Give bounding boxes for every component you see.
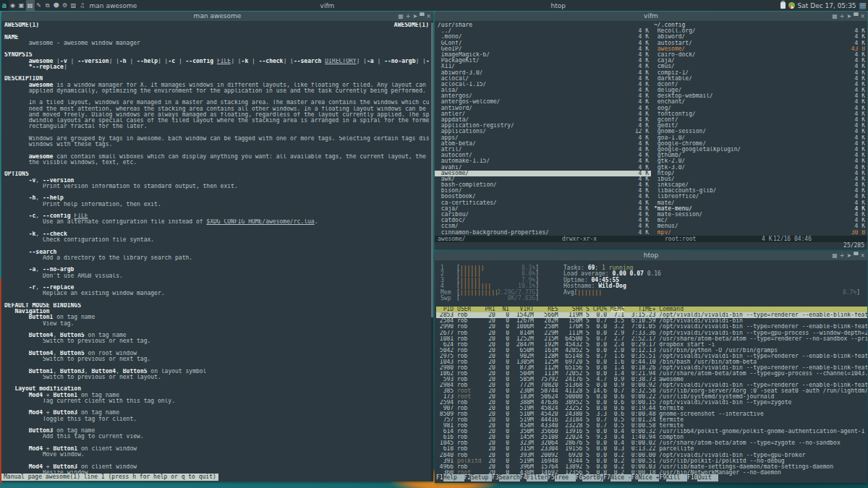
process-row[interactable]: 173 root 20 0 183M 50624 50000 S 0.0 0.6… [436,394,867,400]
file-row[interactable]: abiword/4 K [651,34,867,40]
file-row[interactable]: dconf/4 K [651,82,867,87]
file-row[interactable]: google-googletalkplugin/4 K [651,147,867,153]
tag-tools-icon[interactable]: ⚙ [61,0,69,11]
process-row[interactable]: 5042 rob 20 0 650M 161M 42052 S 0.0 2.0 … [436,348,867,354]
process-row[interactable]: 757 rob 20 0 519M 44416 23184 S 0.7 0.5 … [436,417,867,423]
file-row[interactable]: Recoll.org/4 K [651,28,867,34]
scrollbar[interactable] [431,21,433,481]
maximize-button[interactable]: + [840,12,845,21]
ontop-button[interactable]: ▀ [420,12,424,21]
floating-button[interactable]: ▦ [832,12,838,21]
file-row[interactable]: bison/4 K [435,188,651,194]
file-row[interactable]: awesome/43 B [651,46,867,52]
process-row[interactable]: 2980 rob 20 0 873M 112M 65156 S 0.0 1.4 … [436,365,867,371]
file-row[interactable]: deluge/4 K [651,87,867,93]
fn-label-F7[interactable]: Nice - [610,474,631,481]
file-row[interactable]: libreoffice/4 K [651,194,867,200]
file-row[interactable]: GeoIP/4 K [435,46,651,52]
clipboard-icon[interactable] [780,2,786,9]
tag-edit-icon[interactable]: ✎ [35,0,43,11]
close-button[interactable]: × [426,12,431,21]
process-row[interactable]: 1045 rob 20 0 323M 32064 28676 S 0.0 0.4… [436,440,867,446]
fn-label-F10[interactable]: Quit [697,474,718,481]
file-row[interactable]: darktable/4 K [651,76,867,82]
process-row[interactable]: 8509 rob 20 0 510M 45420 24380 S 3.3 0.6… [436,411,867,417]
fn-label-F1[interactable]: Help [443,474,464,481]
file-row[interactable]: eog/4 K [651,106,867,111]
process-row[interactable]: 2840 rob 20 0 393M 20092 6920 S 0.0 0.2 … [436,453,867,458]
file-row[interactable]: PackageKit/4 K [435,58,651,64]
maximize-button[interactable]: + [406,12,411,21]
file-row[interactable]: inkscape/4 K [651,182,867,188]
process-row[interactable]: 2853 rob 20 0 1542M 566M 119M S 0.0 7.1 … [436,312,867,318]
file-row[interactable]: compiz-1/4 K [651,70,867,76]
fn-key-F8[interactable]: F8 [631,474,639,481]
file-row[interactable]: mate-session/4 K [651,212,867,218]
file-row[interactable]: .mono/4 K [435,34,651,40]
fn-label-F5[interactable]: Tree [555,474,576,481]
htop-titlebar[interactable]: htop ▦+➤▀× [435,251,867,260]
maximize-button[interactable]: + [840,251,845,260]
process-row[interactable]: 391 polkitd 20 0 519M 16948 9344 S 0.0 0… [436,458,867,464]
file-row[interactable]: gconf/4 K [651,117,867,123]
process-row[interactable]: 907 rob 20 0 519M 45824 23252 S 0.0 0.6 … [436,406,867,411]
file-row[interactable]: desktop-webmail/4 K [651,93,867,99]
file-row[interactable]: ../4 K [435,28,651,34]
scrollbar-thumb[interactable] [431,22,433,317]
process-row[interactable]: 2584 rob 20 0 1267M 282M 150M S 0.7 3.5 … [436,318,867,324]
fn-key-F1[interactable]: F1 [436,474,443,481]
file-row[interactable]: gtk-2.0/4 K [651,158,867,164]
file-row[interactable]: goa-1.0/4 K [651,135,867,141]
process-row[interactable]: 2677 rob 20 0 814M 229M 111M S 0.0 2.9 7… [436,330,867,336]
process-row[interactable]: 1043 rob 20 0 1305M 125M 69720 S 0.0 1.6… [436,359,867,365]
fn-label-F2[interactable]: Setup [471,474,492,481]
file-row[interactable]: menus/4 K [651,223,867,229]
file-row[interactable]: automake-1.15/4 K [435,158,651,164]
file-row[interactable]: autostart/4 K [651,40,867,46]
fn-key-F6[interactable]: F6 [576,474,583,481]
file-row[interactable]: awesome/4 K [435,171,651,176]
tag-misc-icon[interactable]: ♫ [78,0,87,11]
tag-web-icon[interactable]: ◉ [9,0,17,11]
file-row[interactable]: ccsm/4 K [435,223,651,229]
file-row[interactable]: application-registry/4 K [435,123,651,129]
file-row[interactable]: *mate-menu/4 K [651,206,867,212]
file-row[interactable]: gedit/4 K [651,123,867,129]
file-row[interactable]: avahi/4 K [435,165,651,171]
man-titlebar[interactable]: man awesome ▦+➤▀× [1,12,433,21]
file-row[interactable]: applications/12 K [435,129,651,134]
file-row[interactable]: aclocal-1.15/4 K [435,82,651,87]
file-row[interactable]: bash-completion/4 K [435,182,651,188]
tag-chat-icon[interactable]: ☻ [52,0,61,11]
file-row[interactable]: cairo-dock/4 K [651,52,867,58]
process-row[interactable]: 616 rob 20 0 145M 35108 22024 S 9.3 0.4 … [436,435,867,440]
process-table-header[interactable]: PID USER PRI NI VIRT RES SHR S CPU% MEM%… [436,307,867,312]
file-row[interactable]: ibus/4 K [651,176,867,182]
file-row[interactable]: apps/4 K [435,135,651,141]
sticky-button[interactable]: ➤ [412,12,417,21]
process-row[interactable]: 385 root 20 0 230M 58744 41128 S 14.6 0.… [436,388,867,394]
file-row[interactable]: ImageMagick-6/4 K [435,52,651,58]
close-button[interactable]: × [860,12,865,21]
file-row[interactable]: boostbook/4 K [435,194,651,200]
process-row[interactable]: 624 rob 20 0 2847M 192M 45432 S 0.0 2.4 … [436,342,867,348]
process-row[interactable]: 2984 rob 20 0 772M 70820 51368 S 0.0 0.9… [436,382,867,388]
process-row[interactable]: 2975 rob 20 0 902M 128M 65148 S 0.7 1.6 … [436,354,867,359]
tag-media-icon[interactable]: ▨ [69,0,78,11]
floating-button[interactable]: ▦ [832,251,838,260]
file-row[interactable]: awk/4 K [435,176,651,182]
vifm-titlebar[interactable]: vifm ▦+➤▀× [435,12,867,21]
file-row[interactable]: google-chrome/4 K [651,141,867,147]
fn-label-F3[interactable]: Search [499,474,520,481]
file-row[interactable]: fontconfig/4 K [651,111,867,117]
process-row[interactable]: 618 rob 20 0 315M 23304 19156 S 0.0 0.3 … [436,446,867,452]
process-row[interactable]: 1081 rob 20 0 1252M 215M 64500 S 0.7 2.7… [436,336,867,342]
file-row[interactable]: atril/4 K [435,147,651,153]
file-row[interactable]: catdoc/4 K [435,218,651,223]
close-button[interactable]: × [860,251,865,260]
fn-label-F4[interactable]: Filter [527,474,548,481]
file-row[interactable]: antiword/4 K [435,106,651,111]
fn-key-F7[interactable]: F7 [603,474,610,481]
file-row[interactable]: ca-certificates/4 K [435,200,651,206]
file-row[interactable]: libaccounts-glib/4 K [651,188,867,194]
